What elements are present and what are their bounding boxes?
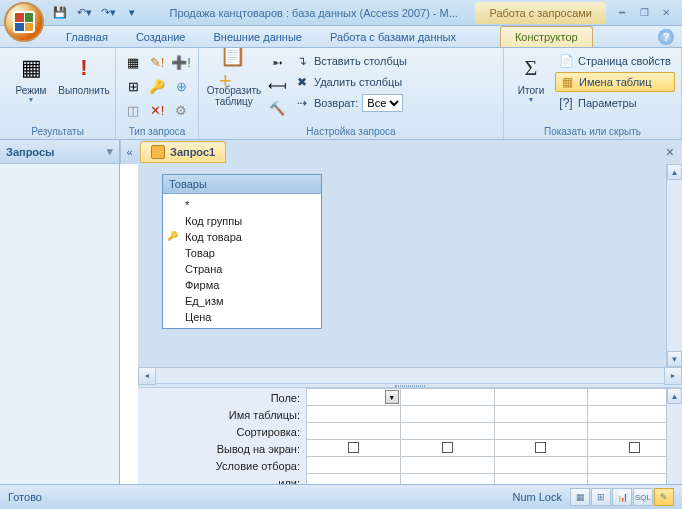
status-ready: Готово <box>8 491 42 503</box>
dropdown-arrow-icon[interactable]: ▼ <box>385 390 399 404</box>
minimize-button[interactable]: ━ <box>612 5 632 21</box>
datasheet-icon: ▦ <box>16 53 46 83</box>
contextual-tab-title: Работа с запросами <box>475 2 606 24</box>
delete-columns-button[interactable]: ✖ Удалить столбцы <box>291 72 431 92</box>
field-item[interactable]: * <box>163 197 321 213</box>
totals-button[interactable]: Σ Итоги ▼ <box>510 51 552 105</box>
row-sort <box>307 423 682 440</box>
show-checkbox[interactable] <box>442 442 453 453</box>
builder-icon[interactable]: 🔨 <box>266 97 288 119</box>
scroll-up-icon[interactable]: ▲ <box>667 164 682 180</box>
show-table-button[interactable]: 📋+ Отобразить таблицу <box>205 51 263 109</box>
delete-col-icon: ✖ <box>294 74 310 90</box>
main-area: Запросы ▾ « Запрос1 × Товары *Код группы… <box>0 140 682 506</box>
sigma-icon: Σ <box>516 53 546 83</box>
design-view-icon[interactable]: ✎ <box>654 488 674 506</box>
show-checkbox[interactable] <box>348 442 359 453</box>
query-icon <box>151 145 165 159</box>
row-criteria <box>307 457 682 474</box>
undo-icon[interactable]: ↶▾ <box>74 3 94 23</box>
update-icon[interactable]: 🔑 <box>146 75 168 97</box>
qbe-label: Имя таблицы: <box>142 409 302 426</box>
delete-rows-icon[interactable]: ⟻ <box>266 74 288 96</box>
params-icon: [?] <box>558 95 574 111</box>
diagram-pane[interactable]: Товары *Код группыКод товараТоварСтранаФ… <box>138 164 682 367</box>
tab-external-data[interactable]: Внешние данные <box>200 27 316 47</box>
insert-columns-button[interactable]: ↴ Вставить столбцы <box>291 51 431 71</box>
horizontal-scrollbar-upper[interactable] <box>138 367 682 383</box>
field-cell[interactable]: ▼ <box>307 389 401 406</box>
quick-access-toolbar: 💾 ↶▾ ↷▾ ▾ <box>50 3 142 23</box>
group-query-setup: 📋+ Отобразить таблицу ➵ ⟻ 🔨 ↴ Вставить с… <box>199 48 504 139</box>
table-names-button[interactable]: ▦ Имена таблиц <box>555 72 675 92</box>
field-item[interactable]: Ед_изм <box>163 293 321 309</box>
redo-icon[interactable]: ↷▾ <box>98 3 118 23</box>
titlebar: 💾 ↶▾ ↷▾ ▾ Продажа канцтоваров : база дан… <box>0 0 682 26</box>
close-button[interactable]: ✕ <box>656 5 676 21</box>
field-item[interactable]: Цена <box>163 309 321 325</box>
document-tab[interactable]: Запрос1 <box>140 141 226 163</box>
return-select[interactable]: Все <box>362 94 403 112</box>
help-button[interactable]: ? <box>658 29 674 45</box>
select-query-icon[interactable]: ▦ <box>122 51 144 73</box>
passthrough-icon[interactable]: ⊕ <box>170 75 192 97</box>
window-controls: ━ ❐ ✕ <box>612 5 676 21</box>
propsheet-icon: 📄 <box>558 53 574 69</box>
tab-database-tools[interactable]: Работа с базами данных <box>316 27 470 47</box>
return-row: ⇢ Возврат: Все <box>291 93 431 113</box>
qbe-label: Условие отбора: <box>142 460 302 477</box>
datasheet-view-icon[interactable]: ▦ <box>570 488 590 506</box>
nav-collapse-button[interactable]: « <box>120 140 138 164</box>
insert-rows-icon[interactable]: ➵ <box>266 51 288 73</box>
field-item[interactable]: Фирма <box>163 277 321 293</box>
return-icon: ⇢ <box>294 95 310 111</box>
qat-customize-icon[interactable]: ▾ <box>122 3 142 23</box>
view-button[interactable]: ▦ Режим ▼ <box>6 51 56 105</box>
view-shortcuts: ▦ ⊞ 📊 SQL ✎ <box>570 488 674 506</box>
tab-home[interactable]: Главная <box>52 27 122 47</box>
append-icon[interactable]: ➕! <box>170 51 192 73</box>
ribbon-tabs: Главная Создание Внешние данные Работа с… <box>0 26 682 48</box>
run-button[interactable]: ! Выполнить <box>59 51 109 98</box>
show-checkbox[interactable] <box>629 442 640 453</box>
group-results: ▦ Режим ▼ ! Выполнить Результаты <box>0 48 116 139</box>
field-list: *Код группыКод товараТоварСтранаФирмаЕд_… <box>163 194 321 328</box>
ribbon: ▦ Режим ▼ ! Выполнить Результаты ▦ ✎! ➕!… <box>0 48 682 140</box>
datadef-icon[interactable]: ⚙ <box>170 99 192 121</box>
field-item[interactable]: Страна <box>163 261 321 277</box>
tab-create[interactable]: Создание <box>122 27 200 47</box>
tab-design[interactable]: Конструктор <box>500 26 593 47</box>
qbe-label: Поле: <box>142 392 302 409</box>
table-box-header[interactable]: Товары <box>163 175 321 194</box>
sql-view-icon[interactable]: SQL <box>633 488 653 506</box>
document-tab-strip: Запрос1 × <box>138 140 682 164</box>
make-table-icon[interactable]: ✎! <box>146 51 168 73</box>
qbe-label: Вывод на экран: <box>142 443 302 460</box>
office-button[interactable] <box>4 2 44 42</box>
property-sheet-button[interactable]: 📄 Страница свойств <box>555 51 675 71</box>
window-title: Продажа канцтоваров : база данных (Acces… <box>142 7 475 19</box>
chevron-down-icon[interactable]: ▾ <box>107 145 113 158</box>
union-icon[interactable]: ◫ <box>122 99 144 121</box>
restore-button[interactable]: ❐ <box>634 5 654 21</box>
run-icon: ! <box>69 53 99 83</box>
chart-view-icon[interactable]: 📊 <box>612 488 632 506</box>
delete-query-icon[interactable]: ✕! <box>146 99 168 121</box>
pivot-view-icon[interactable]: ⊞ <box>591 488 611 506</box>
parameters-button[interactable]: [?] Параметры <box>555 93 675 113</box>
close-tab-button[interactable]: × <box>658 144 682 160</box>
show-checkbox[interactable] <box>535 442 546 453</box>
nav-header[interactable]: Запросы ▾ <box>0 140 119 164</box>
status-numlock: Num Lock <box>512 491 562 503</box>
save-icon[interactable]: 💾 <box>50 3 70 23</box>
table-source-box[interactable]: Товары *Код группыКод товараТоварСтранаФ… <box>162 174 322 329</box>
field-item[interactable]: Код группы <box>163 213 321 229</box>
status-bar: Готово Num Lock ▦ ⊞ 📊 SQL ✎ <box>0 484 682 509</box>
field-item[interactable]: Товар <box>163 245 321 261</box>
show-table-icon: 📋+ <box>219 53 249 83</box>
vertical-scrollbar[interactable]: ▲ ▼ <box>666 164 682 367</box>
crosstab-icon[interactable]: ⊞ <box>122 75 144 97</box>
scroll-down-icon[interactable]: ▼ <box>667 351 682 367</box>
field-item[interactable]: Код товара <box>163 229 321 245</box>
row-show <box>307 440 682 457</box>
